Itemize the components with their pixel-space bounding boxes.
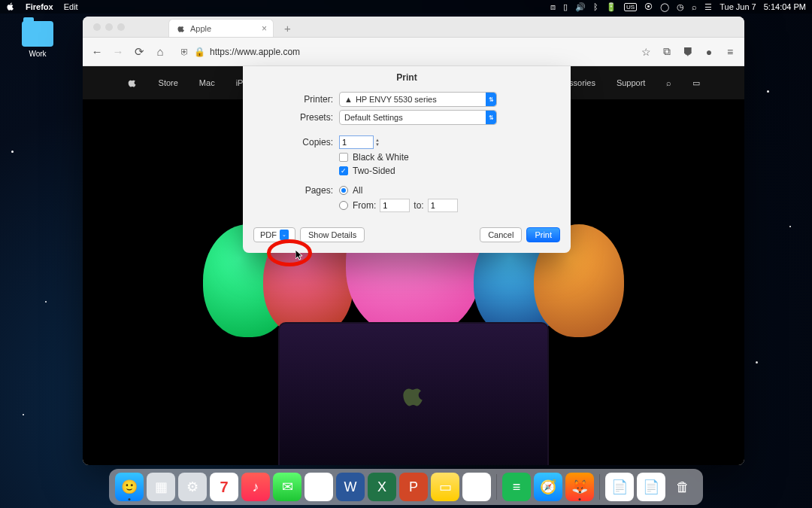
dock-notes[interactable]: ▭: [431, 473, 459, 501]
nav-support[interactable]: Support: [617, 78, 646, 87]
dock-chrome[interactable]: ◉: [304, 473, 333, 501]
battery-icon[interactable]: 🔋: [606, 2, 617, 12]
bookmark-star-icon[interactable]: ☆: [639, 46, 653, 58]
pages-all-radio[interactable]: [339, 186, 348, 195]
warning-icon: ▲: [344, 95, 353, 104]
dock-excel[interactable]: X: [368, 473, 396, 501]
dock-doc1[interactable]: 📄: [605, 473, 634, 501]
clock-icon[interactable]: ◷: [677, 2, 684, 12]
dropdown-arrows-icon: ⇅: [486, 111, 496, 124]
nav-back-button[interactable]: ←: [90, 45, 104, 58]
pages-all-label: All: [353, 185, 362, 196]
dock-powerpoint[interactable]: P: [399, 473, 428, 501]
browser-toolbar: ← → ⟳ ⌂ ⛨ 🔒 https://www.apple.com ☆ ⧉ ⛊ …: [83, 38, 744, 66]
show-details-button[interactable]: Show Details: [300, 227, 365, 242]
pages-to-input[interactable]: [428, 199, 458, 212]
bw-label: Black & White: [353, 152, 409, 163]
dock: 🙂▦⚙︎7♪✉︎◉WXP▭#≡🧭🦊📄📄🗑: [109, 469, 703, 505]
copies-label: Copies:: [243, 137, 339, 148]
dock-launchpad[interactable]: ▦: [147, 473, 175, 501]
volume-icon[interactable]: 🔊: [575, 2, 586, 12]
dock-doc2[interactable]: 📄: [637, 473, 665, 501]
phone-icon[interactable]: ▯: [563, 2, 568, 12]
dock-settings[interactable]: ⚙︎: [178, 473, 207, 501]
pages-label: Pages:: [243, 185, 339, 196]
wifi-icon[interactable]: ⦿: [644, 2, 653, 11]
nav-store[interactable]: Store: [159, 78, 178, 87]
new-tab-button[interactable]: +: [284, 22, 291, 37]
dock-spotify[interactable]: ≡: [502, 473, 531, 501]
lock-icon[interactable]: 🔒: [194, 47, 205, 57]
nav-mac[interactable]: Mac: [199, 78, 215, 87]
nav-reload-button[interactable]: ⟳: [132, 45, 146, 59]
pages-range-radio[interactable]: [339, 201, 348, 210]
hero-laptop: [278, 322, 549, 465]
presets-label: Presets:: [243, 112, 339, 123]
dock-safari[interactable]: 🧭: [534, 473, 562, 501]
menu-bar: Firefox Edit ⧈ ▯ 🔊 ᛒ 🔋 US ⦿ ◯ ◷ ⌕ ☰ Tue …: [0, 0, 812, 14]
menu-date[interactable]: Tue Jun 7: [720, 2, 756, 11]
dock-calendar[interactable]: 7: [210, 473, 238, 501]
search-icon[interactable]: ⌕: [666, 78, 671, 87]
menu-app-name[interactable]: Firefox: [26, 2, 53, 11]
dropbox-icon[interactable]: ⧈: [550, 2, 556, 12]
apple-favicon-icon: [177, 24, 186, 33]
user-icon[interactable]: ◯: [660, 2, 669, 12]
menu-time[interactable]: 5:14:04 PM: [764, 2, 806, 11]
spotlight-icon[interactable]: ⌕: [692, 2, 697, 11]
desktop-folder-label: Work: [15, 50, 60, 58]
window-close-button[interactable]: [93, 23, 101, 31]
pages-to-label: to:: [414, 200, 423, 211]
print-title: Print: [243, 66, 571, 89]
dock-slack[interactable]: #: [462, 473, 491, 501]
chevron-down-icon: ⌄: [280, 230, 289, 240]
shield-icon[interactable]: ⛨: [180, 47, 189, 57]
pages-from-label: From:: [353, 200, 376, 211]
dock-word[interactable]: W: [336, 473, 365, 501]
printer-value: HP ENVY 5530 series: [356, 95, 437, 104]
dock-music[interactable]: ♪: [241, 473, 270, 501]
hamburger-menu-icon[interactable]: ≡: [723, 46, 737, 58]
url-text: https://www.apple.com: [210, 47, 300, 57]
menu-edit[interactable]: Edit: [64, 2, 78, 11]
copies-stepper[interactable]: ▲▼: [375, 138, 380, 147]
presets-select[interactable]: Default Settings ⇅: [339, 110, 497, 125]
print-dialog: Print Printer: ▲ HP ENVY 5530 series ⇅ P…: [243, 66, 571, 253]
tab-close-button[interactable]: ×: [262, 23, 267, 34]
twosided-label: Two-Sided: [353, 166, 395, 176]
window-zoom-button[interactable]: [117, 23, 125, 31]
bag-icon[interactable]: ▭: [692, 78, 700, 88]
bw-checkbox[interactable]: [339, 153, 348, 162]
desktop-folder-work[interactable]: Work: [15, 21, 60, 58]
bluetooth-icon[interactable]: ᛒ: [593, 2, 598, 11]
apple-menu-icon[interactable]: [6, 2, 15, 11]
twosided-checkbox[interactable]: ✓: [339, 166, 348, 175]
apple-logo-icon[interactable]: [127, 78, 138, 88]
control-center-icon[interactable]: ☰: [704, 2, 712, 12]
nav-forward-button[interactable]: →: [111, 45, 125, 58]
extension-icon[interactable]: ⧉: [660, 45, 674, 58]
url-bar[interactable]: ⛨ 🔒 https://www.apple.com: [174, 43, 632, 61]
dropdown-arrows-icon: ⇅: [486, 93, 496, 106]
dock-messages[interactable]: ✉︎: [273, 473, 301, 501]
dock-trash[interactable]: 🗑: [668, 473, 697, 501]
cancel-button[interactable]: Cancel: [480, 227, 522, 242]
window-minimize-button[interactable]: [105, 23, 113, 31]
nav-home-button[interactable]: ⌂: [153, 45, 167, 58]
tab-apple[interactable]: Apple ×: [168, 19, 274, 37]
input-source-icon[interactable]: US: [624, 3, 637, 11]
pdf-dropdown-button[interactable]: PDF ⌄: [253, 227, 295, 242]
dock-finder[interactable]: 🙂: [115, 473, 144, 501]
tab-bar: Apple × +: [83, 17, 744, 38]
pocket-icon[interactable]: ⛊: [681, 46, 695, 58]
cursor-icon: [295, 250, 304, 260]
pdf-label: PDF: [260, 230, 277, 239]
printer-select[interactable]: ▲ HP ENVY 5530 series ⇅: [339, 92, 497, 107]
profile-icon[interactable]: ●: [702, 46, 716, 58]
printer-label: Printer:: [243, 94, 339, 105]
dock-firefox[interactable]: 🦊: [565, 473, 594, 501]
copies-input[interactable]: [339, 135, 374, 149]
tab-title: Apple: [190, 24, 211, 33]
pages-from-input[interactable]: [380, 199, 410, 212]
print-button[interactable]: Print: [526, 227, 560, 242]
